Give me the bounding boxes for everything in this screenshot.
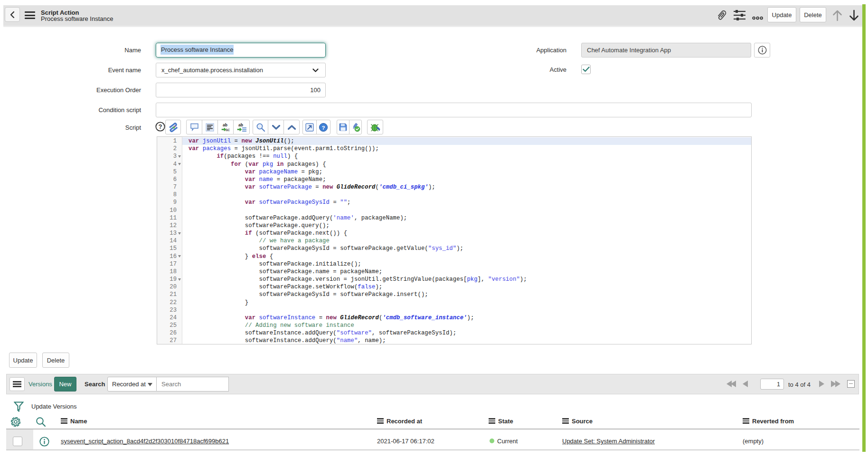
svg-text:?: ?: [321, 124, 325, 130]
svg-text:ab: ab: [238, 123, 243, 127]
svg-text:?: ?: [159, 124, 162, 130]
svg-text:ac: ac: [226, 127, 230, 132]
svg-text:ab: ab: [223, 123, 227, 127]
